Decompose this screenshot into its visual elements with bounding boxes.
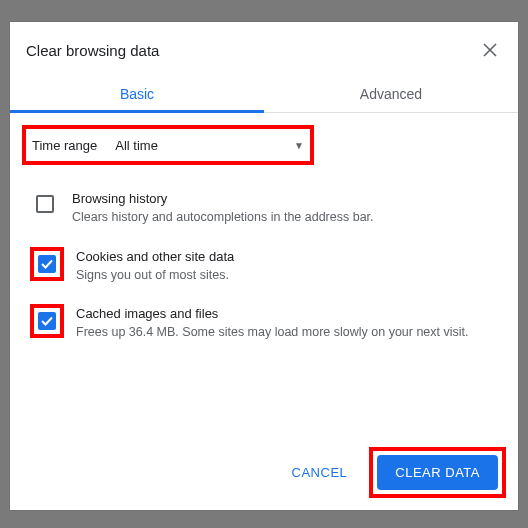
option-cookies: Cookies and other site data Signs you ou… xyxy=(22,241,506,299)
time-range-value: All time xyxy=(115,138,294,153)
time-range-label: Time range xyxy=(32,138,97,153)
option-text: Cached images and files Frees up 36.4 MB… xyxy=(76,304,469,342)
tab-basic[interactable]: Basic xyxy=(10,74,264,112)
cancel-button[interactable]: CANCEL xyxy=(280,457,360,488)
checkbox-browsing-history-wrap xyxy=(30,189,60,219)
option-desc: Signs you out of most sites. xyxy=(76,267,234,285)
dialog-footer: CANCEL CLEAR DATA xyxy=(10,435,518,510)
option-text: Browsing history Clears history and auto… xyxy=(72,189,374,227)
time-range-dropdown[interactable]: Time range All time ▼ xyxy=(22,125,314,165)
tab-advanced[interactable]: Advanced xyxy=(264,74,518,112)
close-button[interactable] xyxy=(478,38,502,62)
clear-browsing-data-dialog: Clear browsing data Basic Advanced Time … xyxy=(10,22,518,510)
option-cached: Cached images and files Frees up 36.4 MB… xyxy=(22,298,506,356)
dialog-content: Time range All time ▼ Browsing history C… xyxy=(10,113,518,435)
checkmark-icon xyxy=(41,259,53,269)
tabs: Basic Advanced xyxy=(10,74,518,113)
option-browsing-history: Browsing history Clears history and auto… xyxy=(22,183,506,241)
checkbox-cookies[interactable] xyxy=(38,255,56,273)
option-desc: Clears history and autocompletions in th… xyxy=(72,209,374,227)
option-title: Browsing history xyxy=(72,191,374,206)
option-title: Cookies and other site data xyxy=(76,249,234,264)
option-text: Cookies and other site data Signs you ou… xyxy=(76,247,234,285)
dialog-title: Clear browsing data xyxy=(26,42,159,59)
checkbox-cached[interactable] xyxy=(38,312,56,330)
checkbox-cached-wrap xyxy=(30,304,64,338)
option-title: Cached images and files xyxy=(76,306,469,321)
checkbox-cookies-wrap xyxy=(30,247,64,281)
checkmark-icon xyxy=(41,316,53,326)
checkbox-browsing-history[interactable] xyxy=(36,195,54,213)
option-desc: Frees up 36.4 MB. Some sites may load mo… xyxy=(76,324,469,342)
clear-data-button[interactable]: CLEAR DATA xyxy=(377,455,498,490)
clear-button-highlight: CLEAR DATA xyxy=(369,447,506,498)
dialog-header: Clear browsing data xyxy=(10,22,518,74)
chevron-down-icon: ▼ xyxy=(294,140,304,151)
close-icon xyxy=(483,43,497,57)
